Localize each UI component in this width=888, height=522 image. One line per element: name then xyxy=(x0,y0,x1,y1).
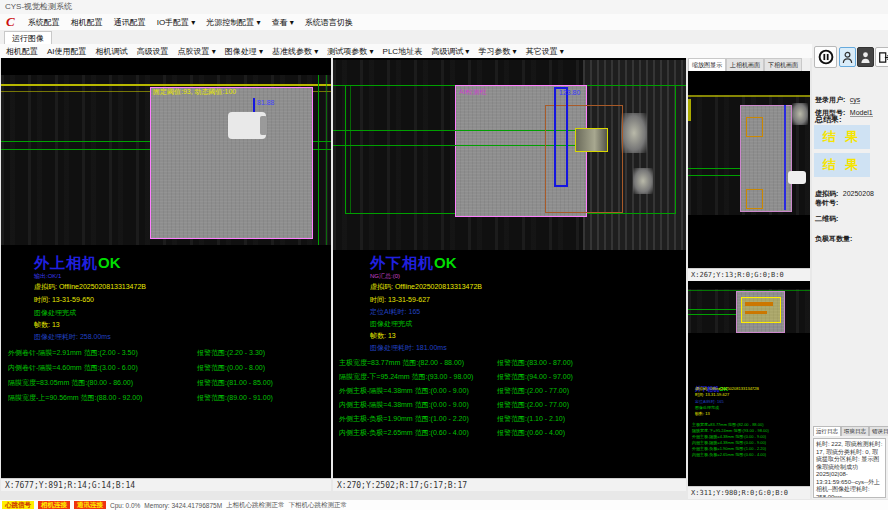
measurement-row: 隔膜宽度=83.05mm 范围:(80.00 - 86.00)报警范围:(81.… xyxy=(8,378,133,388)
user-manage-button[interactable] xyxy=(857,47,874,67)
tab-strip: 运行图像 xyxy=(0,30,888,45)
user-dark-icon xyxy=(860,51,871,64)
result-box-lower: 结 果 xyxy=(814,153,870,177)
virtual-code-value: 20250208 xyxy=(843,190,874,197)
tab-zoom-view[interactable]: 缩放图显示 xyxy=(688,58,726,71)
measurement-row: 隔膜宽度-下=95.24mm 范围:(93.00 - 98.00)报警范围:(9… xyxy=(339,372,473,382)
measurement-row: 内侧主极-隔膜=4.38mm 范围:(0.00 - 9.00)报警范围:(2.0… xyxy=(339,400,469,410)
bright-blob xyxy=(621,113,647,153)
ai-box-label: AI检测框 xyxy=(459,87,487,97)
menu-camera-config[interactable]: 相机配置 xyxy=(71,17,103,28)
measure-green-vline xyxy=(326,75,327,245)
tool-advanced-settings[interactable]: 高级设置 xyxy=(137,46,169,57)
menu-light-config[interactable]: 光源控制配置 ▾ xyxy=(206,17,260,28)
pause-icon xyxy=(818,49,834,65)
menu-bar: C 系统配置 相机配置 通讯配置 IO手配置 ▾ 光源控制配置 ▾ 查看 ▾ 系… xyxy=(0,14,888,30)
tool-dispensing-settings[interactable]: 点胶设置 ▾ xyxy=(178,46,216,57)
frame-count-line: 帧数: 13 xyxy=(34,320,60,330)
mini-time: 时间: 13-31-59-627 xyxy=(695,392,729,397)
tool-image-processing[interactable]: 图像处理 ▾ xyxy=(225,46,263,57)
measure-green-line xyxy=(688,314,738,315)
measurement-row: 内侧主极-负极=2.65mm 范围:(0.60 - 4.00)报警范围:(0.6… xyxy=(339,428,469,438)
orange-mark xyxy=(745,302,773,306)
pause-button[interactable] xyxy=(814,46,837,68)
tab-lower-camera-view[interactable]: 下相机画面 xyxy=(764,58,802,71)
camera-left-panel: 固定阈值:93, 动态阈值:100 81.88 外上相机OK 输出:OK/1 虚… xyxy=(1,58,331,491)
memory-usage: Memory: 3424.41796875M xyxy=(144,502,222,509)
tool-camera-config[interactable]: 相机配置 xyxy=(6,46,38,57)
camera-mid-name: 外下相机 xyxy=(370,254,434,271)
upper-camera-heartbeat-status: 上相机心跳检测正常 xyxy=(226,501,285,510)
thumb1-pixel-status: X:267;Y:13;R:0;G:0;B:0 xyxy=(688,268,810,281)
measure-green-vline xyxy=(345,85,346,213)
camera-left-output: 输出:OK/1 xyxy=(34,272,61,281)
connector-tip xyxy=(260,116,267,135)
mini-measure-row: 隔膜宽度-下=95.24mm 范围:(93.00 - 98.00) xyxy=(692,428,769,433)
tool-other-settings[interactable]: 其它设置 ▾ xyxy=(526,46,564,57)
tab-run-log[interactable]: 运行日志 xyxy=(813,426,841,436)
comm-connect-badge: 通讯连接 xyxy=(74,501,106,509)
app-logo-icon: C xyxy=(6,14,15,30)
user-login-button[interactable] xyxy=(839,47,856,67)
threshold-overlay-label: 固定阈值:93, 动态阈值:100 xyxy=(153,87,236,97)
measure-green-line xyxy=(688,175,740,176)
camera-mid-pixel-status: X:270;Y:2502;R:17;G:17;B:17 xyxy=(333,478,686,491)
frame-count-line: 帧数: 13 xyxy=(370,331,396,341)
mini-measure-row: 主极宽度=83.77mm 范围:(82.00 - 88.00) xyxy=(692,422,763,427)
tab-error-log[interactable]: 错误日志 xyxy=(869,426,888,436)
virtual-code-line: 虚拟码: Offline2025020813313472B xyxy=(370,282,482,292)
tool-camera-debug[interactable]: 相机调试 xyxy=(96,46,128,57)
window-title: CYS-视觉检测系统 xyxy=(0,0,888,15)
tool-advanced-debug[interactable]: 高级调试 ▾ xyxy=(431,46,469,57)
alarm-range: 报警范围:(83.00 - 87.00) xyxy=(497,358,573,368)
log-text-area[interactable]: 耗时: 222, 瑕疵检测耗时: 17, 瑕疵分类耗时: 0, 瑕疵提取分区耗时… xyxy=(813,438,886,498)
thumbnail-lower-camera[interactable]: 外下相机OK 虚拟码: Offline2025020813313472B 时间:… xyxy=(688,281,810,486)
log-tabs: 运行日志 瑕疵日志 错误日志 xyxy=(813,426,888,436)
tool-baseline-params[interactable]: 基准线参数 ▾ xyxy=(272,46,318,57)
alarm-range: 报警范围:(0.00 - 8.00) xyxy=(197,363,265,373)
virtual-code-line: 虚拟码: Offline2025020813313472B xyxy=(34,282,146,292)
orange-roi-box xyxy=(746,189,763,209)
baseline-yellow-line xyxy=(688,95,810,97)
tab-defect-log[interactable]: 瑕疵日志 xyxy=(841,426,869,436)
process-time-line: 图像处理耗时: 181.00ms xyxy=(370,343,447,353)
blue-measure-box xyxy=(554,87,568,187)
alarm-range: 报警范围:(89.00 - 91.00) xyxy=(197,393,273,403)
process-time-line: 图像处理耗时: 258.00ms xyxy=(34,332,111,342)
orange-roi-box xyxy=(746,117,763,137)
thumbnail-upper-camera[interactable] xyxy=(688,71,810,268)
menu-system-config[interactable]: 系统配置 xyxy=(28,17,60,28)
camera-left-result: OK xyxy=(98,254,121,271)
cpu-usage: Cpu: 0.0% xyxy=(110,502,140,509)
measure-green-vline xyxy=(675,85,676,213)
alarm-range: 报警范围:(1.10 - 2.10) xyxy=(497,414,565,424)
yellow-highlight-box xyxy=(741,297,781,323)
menu-comm-config[interactable]: 通讯配置 xyxy=(114,17,146,28)
main-area: 固定阈值:93, 动态阈值:100 81.88 外上相机OK 输出:OK/1 虚… xyxy=(0,58,888,500)
tab-upper-camera-view[interactable]: 上相机画面 xyxy=(726,58,764,71)
measurement-row: 主极宽度=83.77mm 范围:(82.00 - 88.00)报警范围:(83.… xyxy=(339,358,464,368)
negative-tab-count-label: 负极耳数量: xyxy=(815,234,852,244)
bright-blob xyxy=(792,103,808,125)
product-region-box xyxy=(150,87,313,239)
menu-language-switch[interactable]: 系统语言切换 xyxy=(305,17,353,28)
menu-io-config[interactable]: IO手配置 ▾ xyxy=(157,17,196,28)
qrcode-label: 二维码: xyxy=(815,214,838,224)
measure-green-vline xyxy=(350,85,351,213)
tool-learning-params[interactable]: 学习参数 ▾ xyxy=(478,46,516,57)
tool-plc-address-table[interactable]: PLC地址表 xyxy=(383,46,423,57)
blue-measure-value: 81.88 xyxy=(257,99,275,106)
yellow-roi-box xyxy=(575,128,608,152)
tool-ai-usage-config[interactable]: AI使用配置 xyxy=(47,46,87,57)
blue-measure-value: 123.80 xyxy=(559,89,580,96)
lower-camera-heartbeat-status: 下相机心跳检测正常 xyxy=(289,501,348,510)
tool-test-params[interactable]: 测试项参数 ▾ xyxy=(327,46,373,57)
tab-run-image[interactable]: 运行图像 xyxy=(4,31,52,45)
alarm-range: 报警范围:(94.00 - 97.00) xyxy=(497,372,573,382)
mini-virtual-code: 虚拟码: Offline2025020813313472B xyxy=(695,386,759,391)
menu-view[interactable]: 查看 ▾ xyxy=(272,17,294,28)
yellow-edge-mark xyxy=(688,99,691,121)
needle-number-label: 卷针号: xyxy=(815,198,838,208)
exit-button[interactable] xyxy=(875,47,888,67)
mini-frames: 帧数: 13 xyxy=(695,411,710,416)
